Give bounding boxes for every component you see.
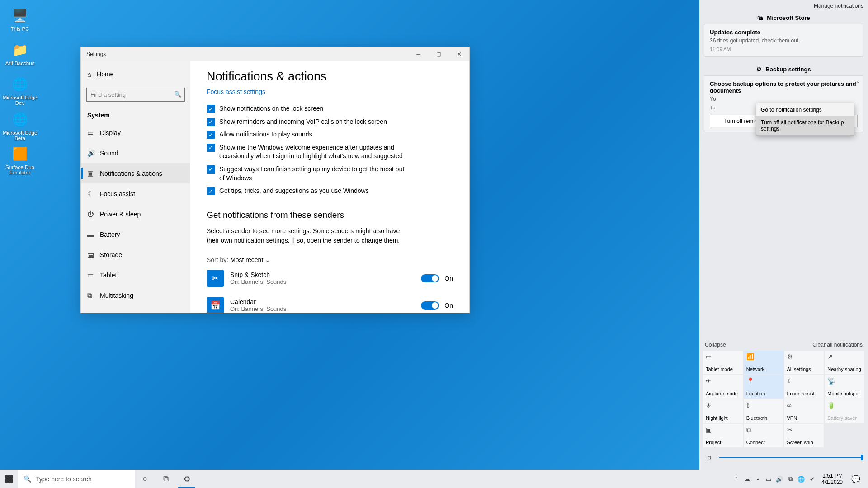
quick-action-tile[interactable]: 📍 Location: [744, 375, 783, 399]
notification-card[interactable]: Updates complete 36 titles got updated, …: [704, 24, 863, 57]
clear-all-button[interactable]: Clear all notifications: [812, 342, 863, 348]
nav-item[interactable]: ▭ Tablet: [81, 265, 190, 285]
titlebar[interactable]: Settings ─ ▢ ✕: [81, 47, 469, 61]
desktop-icon[interactable]: 🟧 Surface Duo Emulator: [0, 145, 40, 175]
quick-action-tile[interactable]: 🔋 Battery saver: [825, 399, 864, 423]
desktop-icon-label: Microsoft Edge Dev: [0, 95, 40, 106]
checkbox-row[interactable]: ✓ Get tips, tricks, and suggestions as y…: [207, 187, 453, 196]
tray-nvidia-icon[interactable]: ▪: [753, 476, 763, 483]
windows-icon: [5, 475, 13, 483]
search-input[interactable]: [86, 88, 185, 102]
task-view-button[interactable]: ⧉: [156, 470, 176, 488]
cortana-button[interactable]: ○: [135, 470, 156, 488]
chevron-up-icon[interactable]: ˄: [856, 80, 859, 87]
sender-toggle[interactable]: [421, 274, 439, 282]
checkbox-label: Suggest ways I can finish setting up my …: [219, 165, 409, 183]
quick-action-tile[interactable]: ᛒ Bluetooth: [744, 399, 783, 423]
manage-notifications-link[interactable]: Manage notifications: [699, 0, 868, 12]
desktop-icon[interactable]: 🌐 Microsoft Edge Beta: [0, 110, 40, 141]
nav-item[interactable]: ☾ Focus assist: [81, 183, 190, 204]
tray-volume-icon[interactable]: 🔊: [774, 476, 784, 483]
group-header[interactable]: ⚙ Backup settings: [704, 63, 863, 75]
sender-sub: On: Banners, Sounds: [230, 278, 421, 285]
quick-action-tile[interactable]: 📶 Network: [744, 351, 783, 374]
tile-icon: ↗: [827, 353, 862, 360]
start-button[interactable]: [0, 470, 18, 488]
quick-action-tile[interactable]: ✈ Airplane mode: [703, 375, 743, 399]
window-body: ⌂ Home 🔍 System ▭ Display 🔊 Sound ▣ Noti…: [81, 61, 469, 313]
sender-row[interactable]: 📅 Calendar On: Banners, Sounds On: [207, 297, 453, 313]
tray-security-icon[interactable]: ✔: [807, 476, 817, 483]
nav-item[interactable]: 🖴 Storage: [81, 244, 190, 265]
tile-label: Network: [746, 366, 781, 372]
brightness-icon: ☼: [706, 453, 713, 462]
tile-label: Focus assist: [787, 391, 821, 396]
nav-icon: ▬: [87, 230, 100, 238]
sender-toggle[interactable]: [421, 301, 439, 310]
home-nav[interactable]: ⌂ Home: [81, 65, 190, 83]
tile-icon: 📶: [746, 353, 781, 360]
notification-context-menu: Go to notification settings Turn off all…: [756, 103, 854, 136]
taskbar-settings-button[interactable]: ⚙: [176, 470, 197, 488]
ctx-turn-off[interactable]: Turn off all notifications for Backup se…: [756, 116, 854, 135]
desktop-icon[interactable]: 🌐 Microsoft Edge Dev: [0, 75, 40, 106]
checkbox-row[interactable]: ✓ Show notifications on the lock screen: [207, 104, 453, 113]
quick-action-tile[interactable]: ▣ Project: [703, 424, 743, 447]
checkbox-row[interactable]: ✓ Show reminders and incoming VoIP calls…: [207, 117, 453, 127]
quick-action-tile[interactable]: ☀ Night light: [703, 399, 743, 423]
quick-action-tile[interactable]: 📡 Mobile hotspot: [825, 375, 864, 399]
desktop-icon-glyph: 🌐: [11, 75, 29, 93]
desktop-icon[interactable]: 🖥️ This PC: [0, 6, 40, 32]
ctx-go-settings[interactable]: Go to notification settings: [756, 103, 854, 116]
minimize-button[interactable]: ─: [408, 47, 429, 61]
maximize-button[interactable]: ▢: [429, 47, 449, 61]
tray-onedrive-icon[interactable]: ☁: [742, 476, 752, 483]
checkbox-label: Allow notifications to play sounds: [219, 130, 312, 139]
nav-item[interactable]: ⧉ Multitasking: [81, 285, 190, 305]
tile-icon: ▭: [706, 353, 740, 360]
quick-action-tile[interactable]: ✂ Screen snip: [784, 424, 824, 447]
search-box[interactable]: 🔍 Type here to search: [18, 470, 135, 488]
nav-label: Power & sleep: [100, 211, 141, 218]
action-center-button[interactable]: 💬: [847, 475, 864, 483]
tray-ime-icon[interactable]: 🌐: [796, 476, 806, 483]
checkbox-row[interactable]: ✓ Show me the Windows welcome experience…: [207, 143, 453, 161]
gear-icon: ⚙: [756, 66, 762, 73]
quick-action-tile[interactable]: ▭ Tablet mode: [703, 351, 743, 374]
nav-icon: ▭: [87, 129, 100, 137]
desktop-icon[interactable]: 📁 Arif Bacchus: [0, 41, 40, 66]
nav-item[interactable]: ▣ Projecting to this PC: [81, 305, 190, 313]
quick-action-tile[interactable]: ⚙ All settings: [784, 351, 824, 374]
quick-action-tile[interactable]: ⧉ Connect: [744, 424, 783, 447]
sidebar: ⌂ Home 🔍 System ▭ Display 🔊 Sound ▣ Noti…: [81, 61, 190, 313]
checkbox-icon: ✓: [207, 105, 215, 113]
desktop-icon-glyph: 🖥️: [11, 6, 29, 24]
nav-item[interactable]: 🔊 Sound: [81, 143, 190, 163]
nav-icon: ▣: [87, 312, 100, 313]
quick-action-tile[interactable]: ∞ VPN: [784, 399, 824, 423]
checkbox-label: Show me the Windows welcome experience a…: [219, 143, 409, 161]
quick-action-tile[interactable]: ↗ Nearby sharing: [825, 351, 864, 374]
sort-dropdown[interactable]: Sort by: Most recent ⌄: [207, 256, 453, 263]
checkbox-row[interactable]: ✓ Allow notifications to play sounds: [207, 130, 453, 139]
tray-app-icon[interactable]: ⧉: [785, 475, 795, 483]
quick-action-tile[interactable]: ☾ Focus assist: [784, 375, 824, 399]
checkbox-icon: ✓: [207, 131, 215, 139]
checkbox-icon: ✓: [207, 118, 215, 126]
tray-network-icon[interactable]: ▭: [764, 476, 774, 483]
collapse-button[interactable]: Collapse: [705, 342, 726, 348]
close-button[interactable]: ✕: [449, 47, 469, 61]
sender-row[interactable]: ✂ Snip & Sketch On: Banners, Sounds On: [207, 270, 453, 287]
checkbox-row[interactable]: ✓ Suggest ways I can finish setting up m…: [207, 165, 453, 183]
tray-chevron-icon[interactable]: ˄: [731, 476, 741, 483]
taskbar-clock[interactable]: 1:51 PM 4/1/2020: [818, 473, 846, 486]
nav-item[interactable]: ▭ Display: [81, 122, 190, 143]
nav-item[interactable]: ▣ Notifications & actions: [81, 163, 190, 183]
brightness-slider[interactable]: ☼: [699, 448, 868, 470]
nav-label: Notifications & actions: [100, 170, 162, 177]
group-header[interactable]: 🛍 Microsoft Store: [704, 12, 863, 24]
tile-label: All settings: [787, 366, 821, 372]
nav-item[interactable]: ⏻ Power & sleep: [81, 204, 190, 224]
focus-assist-link[interactable]: Focus assist settings: [207, 88, 453, 95]
nav-item[interactable]: ▬ Battery: [81, 224, 190, 244]
